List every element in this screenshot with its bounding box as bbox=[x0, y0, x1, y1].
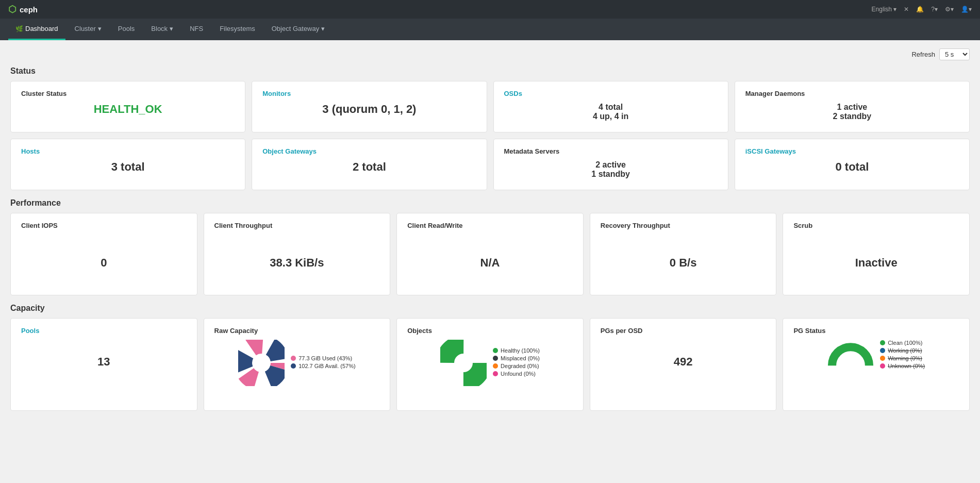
status-row-2: Hosts 3 total Object Gateways 2 total Me… bbox=[10, 139, 970, 190]
main-content: Refresh 1 s 2 s 5 s 10 s 30 s 60 s Statu… bbox=[0, 40, 980, 419]
pg-status-chart-content: Clean (100%) Working (0%) Warning (0%) bbox=[827, 340, 925, 371]
osds-line1: 4 total bbox=[504, 103, 718, 112]
pg-status-title: PG Status bbox=[793, 327, 959, 335]
bell-icon[interactable]: 🔔 bbox=[916, 6, 924, 13]
client-throughput-card: Client Throughput 38.3 KiB/s bbox=[204, 213, 391, 295]
recovery-throughput-card: Recovery Throughput 0 B/s bbox=[590, 213, 777, 295]
refresh-label: Refresh bbox=[911, 51, 935, 58]
refresh-select[interactable]: 1 s 2 s 5 s 10 s 30 s 60 s bbox=[939, 48, 970, 60]
objects-degraded-legend: Degraded (0%) bbox=[493, 363, 540, 369]
topbar: ⬡ ceph English ▾ ✕ 🔔 ?▾ ⚙▾ 👤▾ bbox=[0, 0, 980, 19]
iscsi-gateways-title[interactable]: iSCSI Gateways bbox=[745, 147, 959, 155]
scrub-value: Inactive bbox=[793, 239, 959, 287]
cluster-status-value: HEALTH_OK bbox=[21, 103, 235, 116]
cluster-status-card: Cluster Status HEALTH_OK bbox=[10, 81, 245, 132]
manager-daemons-values: 1 active 2 standby bbox=[745, 103, 959, 121]
hosts-title[interactable]: Hosts bbox=[21, 147, 235, 155]
raw-used-legend: 77.3 GiB Used (43%) bbox=[291, 355, 355, 361]
status-section-title: Status bbox=[10, 66, 970, 76]
objects-pie-svg bbox=[440, 340, 487, 386]
nav-item-cluster[interactable]: Cluster ▾ bbox=[68, 19, 109, 40]
help-icon[interactable]: ?▾ bbox=[931, 6, 938, 13]
block-caret-icon: ▾ bbox=[170, 25, 173, 32]
capacity-section-title: Capacity bbox=[10, 304, 970, 313]
objects-card: Objects Healthy (100%) Misplac bbox=[396, 318, 584, 411]
objectgateway-caret-icon: ▾ bbox=[321, 25, 325, 32]
raw-avail-dot bbox=[291, 363, 296, 369]
nav-item-objectgateway[interactable]: Object Gateway ▾ bbox=[264, 19, 333, 40]
logo-text: ceph bbox=[20, 5, 38, 14]
nav-item-filesystems[interactable]: Filesystems bbox=[212, 19, 262, 40]
nav-label-pools: Pools bbox=[118, 25, 135, 32]
pg-warning-label: Warning (0%) bbox=[888, 355, 922, 361]
refresh-bar: Refresh 1 s 2 s 5 s 10 s 30 s 60 s bbox=[10, 48, 970, 60]
pg-status-card: PG Status Clean (100%) Working bbox=[783, 318, 970, 411]
pg-warning-dot bbox=[880, 356, 885, 361]
manager-daemons-title: Manager Daemons bbox=[745, 90, 959, 97]
object-gateways-card: Object Gateways 2 total bbox=[252, 139, 487, 190]
pg-status-pie-svg bbox=[827, 342, 874, 368]
language-label: English bbox=[872, 6, 892, 13]
objects-unfound-dot bbox=[493, 371, 498, 376]
pools-capacity-title[interactable]: Pools bbox=[21, 327, 187, 335]
nav-label-dashboard: Dashboard bbox=[25, 25, 58, 32]
raw-avail-legend: 102.7 GiB Avail. (57%) bbox=[291, 363, 355, 369]
close-icon[interactable]: ✕ bbox=[904, 6, 909, 13]
pgs-per-osd-value: 492 bbox=[601, 355, 766, 369]
dashboard-icon: 🌿 bbox=[15, 25, 23, 32]
raw-avail-label: 102.7 GiB Avail. (57%) bbox=[298, 363, 355, 369]
objects-chart-content: Healthy (100%) Misplaced (0%) Degraded (… bbox=[440, 340, 540, 386]
nav-label-nfs: NFS bbox=[190, 25, 203, 32]
objects-unfound-legend: Unfound (0%) bbox=[493, 371, 540, 377]
objects-unfound-label: Unfound (0%) bbox=[501, 371, 536, 377]
client-throughput-title: Client Throughput bbox=[214, 222, 380, 229]
metadata-servers-line1: 2 active bbox=[504, 160, 718, 170]
nav-item-nfs[interactable]: NFS bbox=[182, 19, 210, 40]
recovery-throughput-value: 0 B/s bbox=[601, 239, 766, 287]
iscsi-gateways-card: iSCSI Gateways 0 total bbox=[735, 139, 970, 190]
objects-misplaced-dot bbox=[493, 356, 498, 361]
nav-item-dashboard[interactable]: 🌿 Dashboard bbox=[8, 19, 65, 40]
pg-clean-label: Clean (100%) bbox=[888, 340, 922, 346]
performance-row: Client IOPS 0 Client Throughput 38.3 KiB… bbox=[10, 213, 970, 295]
nav-item-block[interactable]: Block ▾ bbox=[144, 19, 180, 40]
monitors-title[interactable]: Monitors bbox=[262, 90, 476, 97]
raw-capacity-legend: 77.3 GiB Used (43%) 102.7 GiB Avail. (57… bbox=[291, 355, 355, 371]
client-iops-title: Client IOPS bbox=[21, 222, 187, 229]
raw-capacity-chart: 77.3 GiB Used (43%) 102.7 GiB Avail. (57… bbox=[214, 340, 380, 386]
raw-used-label: 77.3 GiB Used (43%) bbox=[298, 355, 352, 361]
hosts-card: Hosts 3 total bbox=[10, 139, 245, 190]
objects-healthy-dot bbox=[493, 348, 498, 353]
objects-legend: Healthy (100%) Misplaced (0%) Degraded (… bbox=[493, 347, 540, 378]
raw-used-dot bbox=[291, 356, 296, 361]
settings-icon[interactable]: ⚙▾ bbox=[945, 6, 954, 13]
nav-item-pools[interactable]: Pools bbox=[111, 19, 142, 40]
client-iops-card: Client IOPS 0 bbox=[10, 213, 197, 295]
client-throughput-value: 38.3 KiB/s bbox=[214, 239, 380, 287]
metadata-servers-title: Metadata Servers bbox=[504, 147, 718, 155]
cluster-caret-icon: ▾ bbox=[98, 25, 102, 32]
objects-title: Objects bbox=[407, 327, 573, 335]
object-gateways-title[interactable]: Object Gateways bbox=[262, 147, 476, 155]
objects-healthy-legend: Healthy (100%) bbox=[493, 347, 540, 354]
nav-label-filesystems: Filesystems bbox=[220, 25, 255, 32]
metadata-servers-values: 2 active 1 standby bbox=[504, 160, 718, 179]
user-icon[interactable]: 👤▾ bbox=[961, 6, 972, 13]
pg-status-legend: Clean (100%) Working (0%) Warning (0%) bbox=[880, 340, 925, 371]
metadata-servers-card: Metadata Servers 2 active 1 standby bbox=[493, 139, 728, 190]
recovery-throughput-title: Recovery Throughput bbox=[601, 222, 766, 229]
pg-unknown-legend: Unknown (0%) bbox=[880, 363, 925, 369]
objects-degraded-dot bbox=[493, 363, 498, 369]
object-gateways-value: 2 total bbox=[262, 160, 476, 174]
raw-capacity-pie-svg bbox=[238, 340, 285, 386]
client-readwrite-card: Client Read/Write N/A bbox=[396, 213, 584, 295]
manager-daemons-card: Manager Daemons 1 active 2 standby bbox=[735, 81, 970, 132]
scrub-title: Scrub bbox=[793, 222, 959, 229]
language-selector[interactable]: English ▾ bbox=[872, 6, 897, 13]
osds-line2: 4 up, 4 in bbox=[504, 112, 718, 121]
capacity-row: Pools 13 Raw Capacity bbox=[10, 318, 970, 411]
objects-misplaced-legend: Misplaced (0%) bbox=[493, 355, 540, 361]
nav-label-objectgateway: Object Gateway bbox=[272, 25, 320, 32]
objects-healthy-label: Healthy (100%) bbox=[501, 347, 540, 354]
osds-title[interactable]: OSDs bbox=[504, 90, 718, 97]
